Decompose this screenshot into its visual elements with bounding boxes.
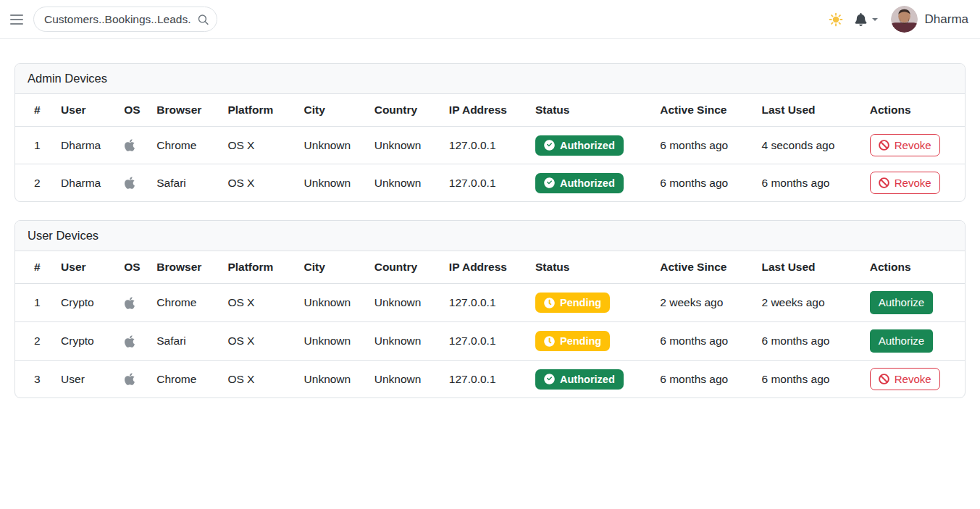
cell-status: Authorized [529, 164, 654, 202]
user-devices-table: #UserOSBrowserPlatformCityCountryIP Addr… [15, 251, 965, 397]
status-label: Authorized [560, 373, 615, 386]
cell-os [118, 361, 151, 398]
cell-number: 3 [15, 361, 55, 398]
global-search [33, 7, 217, 32]
column-header: Actions [864, 94, 965, 127]
column-header: Platform [222, 251, 298, 284]
ban-icon [879, 374, 889, 384]
cell-last-used: 6 months ago [755, 164, 863, 202]
column-header: # [15, 94, 55, 127]
column-header: Status [529, 251, 654, 284]
bell-icon [855, 13, 867, 26]
apple-icon [124, 372, 135, 386]
hamburger-menu-icon[interactable] [10, 14, 23, 25]
column-header: User [55, 251, 118, 284]
column-header: Active Since [654, 94, 755, 127]
status-badge-pending: Pending [535, 331, 610, 351]
cell-active-since: 6 months ago [654, 361, 755, 398]
cell-platform: OS X [222, 127, 298, 164]
cell-last-used: 6 months ago [755, 361, 863, 398]
column-header: OS [118, 251, 151, 284]
cell-active-since: 6 months ago [654, 127, 755, 164]
search-input[interactable] [33, 7, 217, 32]
cell-actions: Revoke [864, 164, 965, 202]
authorize-button[interactable]: Authorize [870, 329, 933, 353]
notifications-dropdown[interactable] [855, 13, 878, 26]
revoke-button[interactable]: Revoke [870, 368, 940, 390]
cell-last-used: 6 months ago [755, 322, 863, 361]
column-header: Country [369, 94, 443, 127]
cell-platform: OS X [222, 284, 298, 322]
theme-toggle-sun-icon[interactable] [829, 12, 843, 27]
check-circle-icon [544, 177, 555, 188]
top-navbar: Dharma [0, 0, 980, 39]
column-header: City [298, 251, 369, 284]
cell-user: Crypto [55, 284, 118, 322]
admin-devices-table: #UserOSBrowserPlatformCityCountryIP Addr… [15, 94, 965, 201]
cell-os [118, 322, 151, 361]
apple-icon [124, 176, 135, 190]
cell-number: 1 [15, 284, 55, 322]
column-header: Actions [864, 251, 965, 284]
cell-user: User [55, 361, 118, 398]
column-header: User [55, 94, 118, 127]
cell-city: Unknown [298, 361, 369, 398]
table-row: 2DharmaSafariOS XUnknownUnknown127.0.0.1… [15, 164, 965, 202]
apple-icon [124, 138, 135, 152]
cell-browser: Chrome [151, 284, 222, 322]
cell-number: 2 [15, 164, 55, 202]
search-icon [197, 13, 209, 25]
cell-ip: 127.0.0.1 [443, 322, 529, 361]
table-row: 3UserChromeOS XUnknownUnknown127.0.0.1Au… [15, 361, 965, 398]
cell-actions: Revoke [864, 127, 965, 164]
cell-last-used: 2 weeks ago [755, 284, 863, 322]
status-badge-authorized: Authorized [535, 369, 624, 390]
cell-platform: OS X [222, 322, 298, 361]
cell-city: Unknown [298, 164, 369, 202]
check-circle-icon [544, 374, 555, 384]
user-avatar[interactable] [891, 6, 918, 33]
card-title: User Devices [15, 221, 965, 251]
cell-user: Crypto [55, 322, 118, 361]
status-badge-pending: Pending [535, 293, 610, 313]
user-name[interactable]: Dharma [925, 12, 968, 27]
revoke-label: Revoke [895, 176, 931, 190]
cell-browser: Safari [151, 322, 222, 361]
status-label: Pending [560, 335, 601, 348]
table-header-row: #UserOSBrowserPlatformCityCountryIP Addr… [15, 94, 965, 127]
cell-actions: Authorize [864, 322, 965, 361]
table-row: 2CryptoSafariOS XUnknownUnknown127.0.0.1… [15, 322, 965, 361]
cell-ip: 127.0.0.1 [443, 361, 529, 398]
clock-icon [544, 336, 555, 347]
cell-actions: Authorize [864, 284, 965, 322]
revoke-button[interactable]: Revoke [870, 172, 940, 194]
cell-active-since: 6 months ago [654, 322, 755, 361]
cell-user: Dharma [55, 164, 118, 202]
card-title: Admin Devices [15, 64, 965, 94]
table-row: 1DharmaChromeOS XUnknownUnknown127.0.0.1… [15, 127, 965, 164]
authorize-button[interactable]: Authorize [870, 291, 933, 314]
column-header: City [298, 94, 369, 127]
table-header-row: #UserOSBrowserPlatformCityCountryIP Addr… [15, 251, 965, 284]
cell-number: 2 [15, 322, 55, 361]
column-header: IP Address [443, 251, 529, 284]
cell-platform: OS X [222, 361, 298, 398]
column-header: Browser [151, 251, 222, 284]
admin-devices-card: Admin Devices #UserOSBrowserPlatformCity… [14, 63, 966, 202]
check-circle-icon [544, 140, 555, 151]
user-devices-card: User Devices #UserOSBrowserPlatformCityC… [14, 220, 966, 398]
column-header: OS [118, 94, 151, 127]
page-content: Admin Devices #UserOSBrowserPlatformCity… [0, 39, 980, 431]
cell-last-used: 4 seconds ago [755, 127, 863, 164]
cell-status: Pending [529, 322, 654, 361]
status-label: Pending [560, 296, 601, 309]
cell-country: Unknown [369, 361, 443, 398]
status-badge-authorized: Authorized [535, 173, 624, 193]
column-header: Active Since [654, 251, 755, 284]
status-label: Authorized [560, 139, 615, 152]
cell-status: Authorized [529, 361, 654, 398]
cell-ip: 127.0.0.1 [443, 164, 529, 202]
cell-os [118, 164, 151, 202]
revoke-button[interactable]: Revoke [870, 134, 940, 156]
cell-city: Unknown [298, 284, 369, 322]
